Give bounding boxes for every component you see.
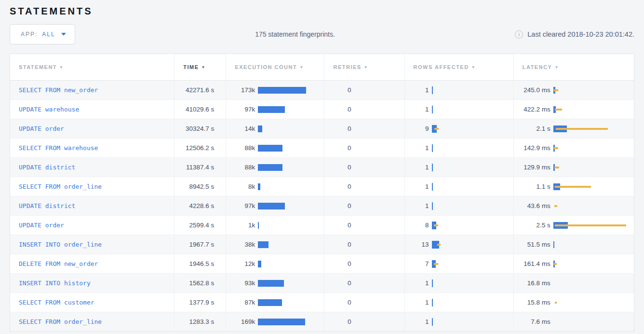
table-row: DELETE FROM new_order1946.5 s12k07161.4 … — [10, 254, 634, 274]
table-row: INSERT INTO order_line1967.7 s38k01351.5… — [10, 235, 634, 254]
statement-cell: SELECT FROM new_order — [10, 81, 174, 100]
statement-cell: INSERT INTO order_line — [10, 235, 174, 254]
statement-link[interactable]: SELECT FROM warehouse — [19, 144, 98, 152]
retries-value: 0 — [324, 241, 351, 248]
latency-cell-barzone — [553, 240, 634, 250]
rows-affected-cell-barzone — [432, 124, 513, 134]
info-icon[interactable]: i — [515, 30, 523, 39]
execution-count-cell-mean-bar — [258, 183, 260, 190]
statement-link[interactable]: UPDATE district — [19, 164, 75, 171]
execution-count-cell-value: 93k — [226, 279, 255, 287]
latency-cell-barzone — [553, 278, 634, 288]
execution-count-cell-barzone — [258, 278, 324, 288]
rows-affected-cell-barzone — [432, 201, 513, 211]
column-label: TIME — [183, 64, 199, 70]
column-label: LATENCY — [523, 64, 552, 70]
execution-count-cell-barzone — [258, 221, 324, 230]
execution-count-cell-mean-bar — [258, 106, 285, 113]
rows-affected-cell: 1 — [404, 100, 513, 119]
statement-link[interactable]: UPDATE district — [19, 202, 75, 209]
column-header-rows-affected[interactable]: ROWS AFFECTED▼ — [404, 54, 513, 81]
column-header-time[interactable]: TIME▼ — [174, 54, 226, 81]
rows-affected-cell: 13 — [404, 235, 513, 254]
retries-value: 0 — [324, 86, 351, 94]
page-title: STATEMENTS — [10, 6, 634, 17]
statement-link[interactable]: SELECT FROM order_line — [19, 318, 102, 325]
execution-count-cell-barzone — [258, 240, 324, 250]
table-row: INSERT INTO history1562.8 s93k0116.8 ms — [10, 274, 634, 293]
execution-count-cell-barzone — [258, 163, 324, 172]
statement-link[interactable]: SELECT FROM order_line — [19, 183, 102, 190]
execution-count-cell-barzone — [258, 143, 324, 153]
latency-cell-stddev-bar — [554, 147, 558, 149]
statements-table: STATEMENT▼TIME▼EXECUTION COUNT▼RETRIES▼R… — [10, 54, 634, 332]
statement-link[interactable]: INSERT INTO order_line — [19, 241, 102, 248]
rows-affected-cell-mean-bar — [432, 144, 433, 152]
time-cell: 1946.5 s — [174, 254, 226, 274]
latency-cell-value: 142.9 ms — [514, 144, 550, 152]
rows-affected-cell-value: 8 — [405, 222, 429, 229]
table-row: SELECT FROM customer1377.9 s87k0115.8 ms — [10, 293, 634, 312]
execution-count-cell-barzone — [258, 85, 324, 95]
statement-cell: UPDATE order — [10, 119, 174, 139]
latency-cell: 422.2 ms — [513, 100, 634, 119]
latency-cell-value: 161.4 ms — [514, 260, 550, 267]
sort-arrow-icon: ▼ — [59, 65, 64, 70]
execution-count-cell: 93k — [226, 274, 324, 293]
rows-affected-cell: 1 — [404, 81, 513, 100]
column-header-latency[interactable]: LATENCY▼ — [513, 54, 634, 81]
retries-value: 0 — [324, 299, 351, 306]
retries-cell: 0 — [324, 119, 404, 139]
rows-affected-cell-value: 1 — [405, 106, 429, 113]
rows-affected-cell-value: 1 — [405, 279, 429, 287]
execution-count-cell: 169k — [226, 312, 324, 332]
column-header-statement[interactable]: STATEMENT▼ — [10, 54, 174, 81]
column-label: RETRIES — [333, 64, 361, 70]
latency-cell-barzone — [553, 143, 634, 153]
rows-affected-cell: 1 — [404, 139, 513, 158]
retries-value: 0 — [324, 106, 351, 113]
rows-affected-cell-value: 1 — [405, 164, 429, 171]
column-header-execution-count[interactable]: EXECUTION COUNT▼ — [226, 54, 324, 81]
execution-count-cell-mean-bar — [258, 203, 285, 209]
app-filter-dropdown[interactable]: APP: ALL — [10, 24, 75, 44]
time-cell: 41029.6 s — [174, 100, 226, 119]
statement-link[interactable]: UPDATE order — [19, 125, 64, 132]
retries-cell: 0 — [324, 81, 404, 100]
rows-affected-cell: 1 — [404, 158, 513, 177]
statement-link[interactable]: SELECT FROM customer — [19, 299, 94, 306]
latency-cell-value: 43.6 ms — [514, 202, 550, 209]
latency-cell-stddev-bar — [555, 186, 591, 188]
latency-cell-value: 7.6 ms — [514, 318, 550, 325]
rows-affected-cell-mean-bar — [432, 202, 433, 210]
retries-value: 0 — [324, 164, 351, 171]
statement-link[interactable]: DELETE FROM new_order — [19, 260, 98, 267]
app-filter-value: ALL — [42, 31, 55, 38]
statement-link[interactable]: UPDATE order — [19, 222, 64, 229]
execution-count-cell: 87k — [226, 293, 324, 312]
rows-affected-cell-barzone — [432, 317, 513, 327]
rows-affected-cell-barzone — [432, 182, 513, 192]
retries-cell: 0 — [324, 235, 404, 254]
execution-count-cell: 97k — [226, 100, 324, 119]
retries-cell: 0 — [324, 274, 404, 293]
statement-link[interactable]: INSERT INTO history — [19, 279, 91, 287]
rows-affected-cell-stddev-bar — [434, 263, 438, 265]
statement-link[interactable]: SELECT FROM new_order — [19, 86, 98, 94]
rows-affected-cell-stddev-bar — [434, 128, 439, 130]
latency-cell-value: 2.5 s — [514, 222, 550, 229]
latency-cell: 129.9 ms — [513, 158, 634, 177]
latency-cell-stddev-bar — [554, 89, 558, 91]
latency-cell: 245.0 ms — [513, 81, 634, 100]
statement-cell: SELECT FROM order_line — [10, 177, 174, 196]
column-header-retries[interactable]: RETRIES▼ — [324, 54, 404, 81]
execution-count-cell-barzone — [258, 298, 324, 307]
latency-cell: 1.1 s — [513, 177, 634, 196]
retries-value: 0 — [324, 279, 351, 287]
time-cell: 1967.7 s — [174, 235, 226, 254]
retries-value: 0 — [324, 144, 351, 152]
statement-link[interactable]: UPDATE warehouse — [19, 106, 79, 113]
latency-cell-barzone — [553, 221, 634, 230]
latency-cell-barzone — [553, 163, 634, 172]
rows-affected-cell-value: 9 — [405, 125, 429, 132]
